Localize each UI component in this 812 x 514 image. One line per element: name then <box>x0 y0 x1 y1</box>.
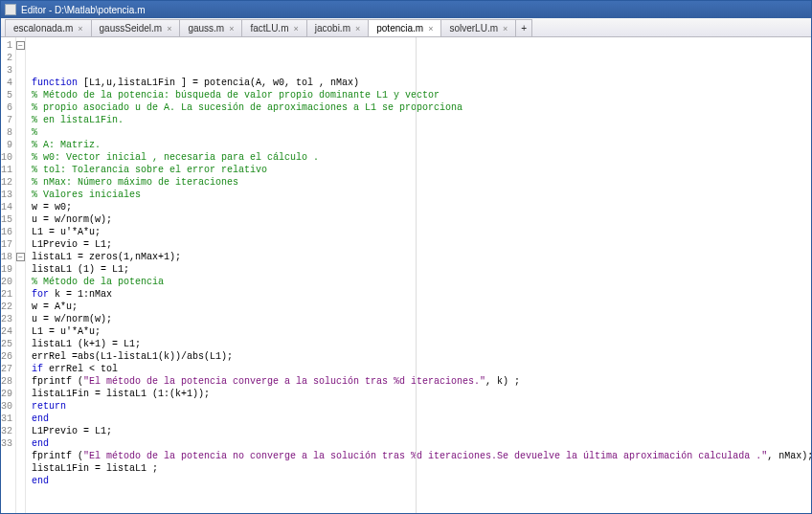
tab-gaussseidel-m[interactable]: gaussSeidel.m× <box>91 19 181 36</box>
fold-spacer <box>16 64 25 77</box>
close-icon[interactable]: × <box>428 24 433 34</box>
fold-spacer <box>16 413 25 425</box>
code-line: return <box>32 400 811 413</box>
code-line: listaL1Fin = listaL1 ; <box>32 462 811 475</box>
tab-gauss-m[interactable]: gauss.m× <box>179 19 242 36</box>
code-line: listaL1 = zeros(1,nMax+1); <box>32 251 811 263</box>
code-line: % <box>32 126 811 139</box>
close-icon[interactable]: × <box>293 24 298 34</box>
close-icon[interactable]: × <box>355 24 360 34</box>
close-icon[interactable]: × <box>167 24 171 34</box>
fold-column: −− <box>16 37 26 513</box>
editor-area: 1234567891011121314151617181920212223242… <box>1 37 811 513</box>
line-number: 32 <box>1 425 12 437</box>
fold-spacer <box>16 338 25 350</box>
titlebar[interactable]: Editor - D:\Matlab\potencia.m <box>1 1 811 18</box>
line-number: 7 <box>1 114 12 126</box>
fold-spacer <box>16 388 25 400</box>
fold-spacer <box>16 201 25 213</box>
tab-escalonada-m[interactable]: escalonada.m× <box>5 19 92 36</box>
fold-spacer <box>16 114 25 126</box>
tab-jacobi-m[interactable]: jacobi.m× <box>306 19 370 36</box>
fold-spacer <box>16 164 25 176</box>
line-number: 5 <box>1 89 12 101</box>
line-number: 3 <box>1 64 12 77</box>
code-line: % Método de la potencia: búsqueda de val… <box>32 89 811 101</box>
tab-solverlu-m[interactable]: solverLU.m× <box>440 19 516 36</box>
fold-spacer <box>16 52 25 64</box>
line-number: 15 <box>1 213 12 226</box>
fold-spacer <box>16 288 25 301</box>
line-number: 20 <box>1 276 12 288</box>
code-line: % w0: Vector inicial , necesaria para el… <box>32 151 811 164</box>
line-number: 9 <box>1 139 12 151</box>
line-number: 24 <box>1 325 12 338</box>
fold-toggle-icon[interactable]: − <box>16 41 25 50</box>
close-icon[interactable]: × <box>229 24 234 34</box>
print-margin-line <box>416 37 417 513</box>
line-number: 26 <box>1 350 12 363</box>
code-area[interactable]: function [L1,u,listaL1Fin ] = potencia(A… <box>26 37 811 513</box>
code-line: % Método de la potencia <box>32 276 811 288</box>
code-line: for k = 1:nMax <box>32 288 811 301</box>
code-line: if errRel < tol <box>32 363 811 375</box>
fold-spacer <box>16 89 25 101</box>
tab-potencia-m[interactable]: potencia.m× <box>368 19 441 36</box>
line-number-gutter: 1234567891011121314151617181920212223242… <box>1 37 16 513</box>
tab-label: gaussSeidel.m <box>100 23 163 34</box>
line-number: 23 <box>1 313 12 325</box>
add-tab-button[interactable]: + <box>515 19 532 36</box>
fold-spacer <box>16 263 25 276</box>
code-line: errRel =abs(L1-listaL1(k))/abs(L1); <box>32 350 811 363</box>
line-number: 4 <box>1 77 12 89</box>
code-line: function [L1,u,listaL1Fin ] = potencia(A… <box>32 77 811 89</box>
editor-window: Editor - D:\Matlab\potencia.m escalonada… <box>0 0 812 514</box>
tab-label: escalonada.m <box>13 23 73 34</box>
code-line: u = w/norm(w); <box>32 313 811 325</box>
fold-spacer <box>16 375 25 388</box>
fold-spacer <box>16 313 25 325</box>
tab-label: potencia.m <box>376 23 423 34</box>
fold-spacer <box>16 226 25 238</box>
code-line: % Valores iniciales <box>32 189 811 201</box>
fold-toggle-icon[interactable]: − <box>16 253 25 261</box>
line-number: 21 <box>1 288 12 301</box>
code-line: % nMax: Número máximo de iteraciones <box>32 176 811 189</box>
tab-label: gauss.m <box>188 23 224 34</box>
line-number: 22 <box>1 301 12 313</box>
fold-spacer <box>16 400 25 413</box>
code-line: u = w/norm(w); <box>32 213 811 226</box>
code-line: % propio asociado u de A. La sucesión de… <box>32 101 811 114</box>
close-icon[interactable]: × <box>78 24 82 34</box>
line-number: 11 <box>1 164 12 176</box>
fold-spacer <box>16 189 25 201</box>
code-line: end <box>32 437 811 450</box>
tab-label: factLU.m <box>250 23 288 34</box>
fold-spacer <box>16 77 25 89</box>
code-line: L1 = u'*A*u; <box>32 226 811 238</box>
fold-spacer <box>16 301 25 313</box>
line-number: 30 <box>1 400 12 413</box>
code-line: % tol: Tolerancia sobre el error relativ… <box>32 164 811 176</box>
code-line: end <box>32 475 811 487</box>
code-line: w = w0; <box>32 201 811 213</box>
line-number: 13 <box>1 189 12 201</box>
fold-spacer <box>16 139 25 151</box>
fold-spacer <box>16 437 25 450</box>
code-line: fprintf ("El método de la potencia no co… <box>32 450 811 462</box>
line-number: 25 <box>1 338 12 350</box>
close-icon[interactable]: × <box>503 24 508 34</box>
fold-spacer <box>16 350 25 363</box>
code-line: listaL1 (k+1) = L1; <box>32 338 811 350</box>
line-number: 27 <box>1 363 12 375</box>
line-number: 19 <box>1 263 12 276</box>
tab-factlu-m[interactable]: factLU.m× <box>241 19 306 36</box>
code-line: % en listaL1Fin. <box>32 114 811 126</box>
line-number: 18 <box>1 251 12 263</box>
line-number: 10 <box>1 151 12 164</box>
line-number: 1 <box>1 39 12 52</box>
fold-spacer <box>16 238 25 251</box>
code-line: L1Previo = L1; <box>32 238 811 251</box>
code-line: listaL1Fin = listaL1 (1:(k+1)); <box>32 388 811 400</box>
fold-spacer <box>16 213 25 226</box>
